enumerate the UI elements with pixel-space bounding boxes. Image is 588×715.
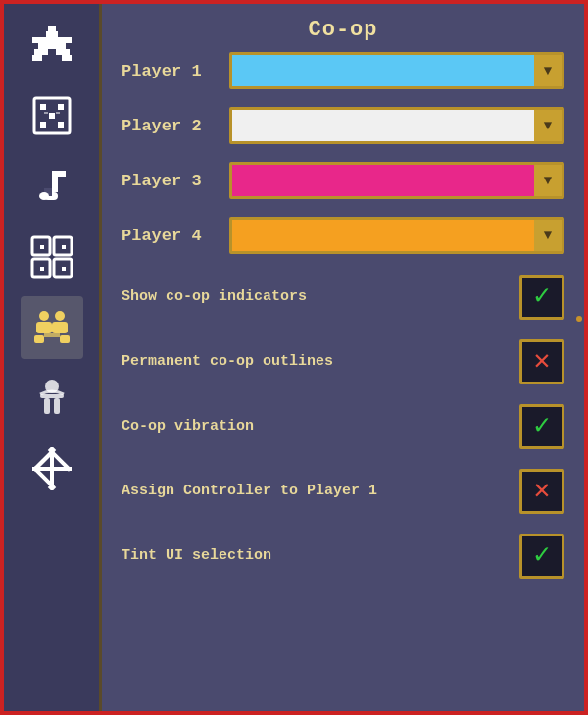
svg-rect-15 [56,112,60,114]
content-area[interactable]: Player 1 ▼ Player 2 ▼ Player 3 ▼ Player … [102,52,584,711]
checkbox-inner-2: ✓ [524,409,560,444]
player-row-4: Player 4 ▼ [122,217,564,254]
player-label-4: Player 4 [122,227,229,245]
toggle-row-1: Permanent co-op outlines ✕ [122,336,564,387]
player-color-fill-4 [232,220,534,251]
toggle-rows: Show co-op indicators ✓ Permanent co-op … [122,272,564,582]
checkbox-3[interactable]: ✕ [519,469,564,514]
player-color-dropdown-1[interactable]: ▼ [229,52,564,89]
toggle-row-3: Assign Controller to Player 1 ✕ [122,466,564,517]
checkbox-inner-3: ✕ [524,474,560,509]
svg-rect-12 [40,122,46,128]
svg-rect-2 [32,37,72,43]
svg-rect-3 [38,43,66,49]
checkbox-inner-1: ✕ [524,344,560,380]
toggle-label-4: Tint UI selection [122,546,519,566]
toggle-label-3: Assign Controller to Player 1 [122,482,519,501]
dropdown-arrow-4: ▼ [534,220,562,251]
svg-rect-14 [44,112,48,114]
checkbox-inner-4: ✓ [524,538,560,574]
player-color-dropdown-4[interactable]: ▼ [229,217,564,254]
svg-rect-5 [56,49,70,55]
sidebar-item-accessibility[interactable] [21,367,83,430]
player-row-3: Player 3 ▼ [122,162,564,199]
svg-rect-4 [34,49,48,55]
svg-rect-27 [40,267,44,271]
checkbox-inner-0: ✓ [524,280,560,315]
svg-rect-16 [52,171,58,192]
toggle-label-0: Show co-op indicators [122,287,519,307]
sidebar-item-favorites[interactable] [21,14,83,77]
svg-rect-26 [62,245,66,249]
toggle-row-0: Show co-op indicators ✓ [122,272,564,323]
player-label-1: Player 1 [122,62,229,80]
checkbox-0[interactable]: ✓ [519,275,564,320]
check-mark-4: ✓ [534,542,551,570]
main-content: Co-op Player 1 ▼ Player 2 ▼ Player 3 ▼ P… [102,4,584,711]
svg-rect-17 [58,171,66,177]
checkbox-2[interactable]: ✓ [519,404,564,449]
svg-rect-35 [60,335,70,343]
player-row-1: Player 1 ▼ [122,52,564,89]
svg-rect-0 [48,26,56,31]
svg-rect-31 [36,322,52,333]
svg-rect-25 [40,245,44,249]
sidebar-item-coop[interactable] [21,296,83,359]
svg-rect-10 [58,104,64,110]
sidebar [4,4,102,711]
app-window: Co-op Player 1 ▼ Player 2 ▼ Player 3 ▼ P… [0,0,588,715]
player-label-3: Player 3 [122,172,229,190]
svg-rect-28 [62,267,66,271]
sidebar-item-mods[interactable] [21,437,83,500]
sidebar-item-gameplay[interactable] [21,226,83,288]
sidebar-item-music[interactable] [21,155,83,218]
svg-rect-33 [44,333,60,337]
toggle-label-1: Permanent co-op outlines [122,352,519,372]
svg-rect-1 [46,31,58,37]
page-title: Co-op [102,4,584,52]
svg-rect-7 [62,55,72,61]
sidebar-item-effects[interactable] [21,84,83,147]
svg-point-20 [39,192,49,200]
dropdown-arrow-2: ▼ [534,110,562,141]
check-mark-0: ✓ [534,283,551,311]
svg-rect-32 [52,322,68,333]
toggle-label-2: Co-op vibration [122,417,519,436]
svg-rect-11 [49,113,55,119]
svg-point-29 [39,311,49,321]
svg-rect-9 [40,104,46,110]
svg-rect-34 [34,335,44,343]
svg-rect-13 [58,122,64,128]
toggle-row-2: Co-op vibration ✓ [122,401,564,452]
svg-point-30 [55,311,65,321]
checkbox-4[interactable]: ✓ [519,534,564,579]
player-color-dropdown-3[interactable]: ▼ [229,162,564,199]
scrollbar-indicator [576,316,582,322]
check-mark-2: ✓ [534,413,551,440]
dropdown-arrow-1: ▼ [534,55,562,86]
player-label-2: Player 2 [122,117,229,135]
player-color-fill-3 [232,165,534,196]
svg-rect-6 [32,55,42,61]
check-mark-1: ✕ [534,348,551,376]
check-mark-3: ✕ [534,478,551,505]
svg-rect-39 [54,398,60,414]
player-row-2: Player 2 ▼ [122,107,564,144]
checkbox-1[interactable]: ✕ [519,339,564,384]
player-color-fill-2 [232,110,534,141]
player-color-dropdown-2[interactable]: ▼ [229,107,564,144]
dropdown-arrow-3: ▼ [534,165,562,196]
player-color-fill-1 [232,55,534,86]
player-rows: Player 1 ▼ Player 2 ▼ Player 3 ▼ Player … [122,52,564,254]
svg-rect-38 [44,398,50,414]
svg-rect-37 [40,394,64,398]
toggle-row-4: Tint UI selection ✓ [122,531,564,582]
